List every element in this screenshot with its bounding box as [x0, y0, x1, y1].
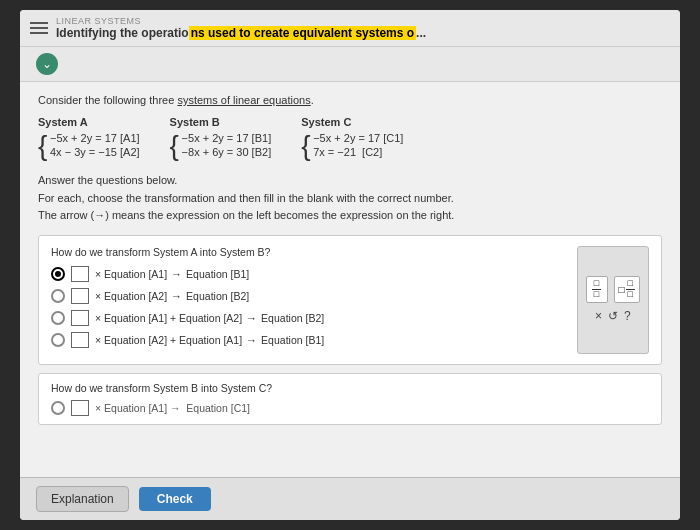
- radio-option3[interactable]: [51, 311, 65, 325]
- page-title: Identifying the operations used to creat…: [56, 26, 426, 40]
- radio-option2[interactable]: [51, 289, 65, 303]
- highlighted-text: ns used to create equivalent systems o: [189, 26, 416, 40]
- mixed-number-button[interactable]: □ □ □: [614, 276, 640, 303]
- fraction-button[interactable]: □ □: [586, 276, 608, 303]
- explanation-button[interactable]: Explanation: [36, 486, 129, 512]
- question1-box: How do we transform System A into System…: [38, 235, 662, 365]
- radio-option1-fill: [55, 271, 61, 277]
- question2-partial: × Equation [A1] → Equation [C1]: [51, 400, 649, 416]
- mixed-frac-bot: □: [626, 290, 635, 300]
- radio-option4[interactable]: [51, 333, 65, 347]
- multiply-icon[interactable]: ×: [595, 309, 602, 323]
- system-c-label: System C: [301, 116, 351, 128]
- system-c-eq1: −5x + 2y = 17 [C1]: [313, 132, 403, 144]
- fraction-icon: □ □: [592, 279, 601, 300]
- undo-icon[interactable]: ↺: [608, 309, 618, 323]
- question1-content: How do we transform System A into System…: [51, 246, 567, 354]
- mixed-frac-inner: □ □: [626, 279, 635, 300]
- question1-title: How do we transform System A into System…: [51, 246, 567, 258]
- q2-partial-text: × Equation [A1] → Equation [C1]: [95, 402, 250, 414]
- option1-text: × Equation [A1] → Equation [B1]: [95, 268, 249, 280]
- system-a-block: System A −5x + 2y = 17 [A1] 4x − 3y = −1…: [38, 116, 140, 158]
- question2-title: How do we transform System B into System…: [51, 382, 649, 394]
- radio-q2-option1[interactable]: [51, 401, 65, 415]
- help-icon[interactable]: ?: [624, 309, 631, 323]
- toolbar-row-2: × ↺ ?: [595, 309, 631, 323]
- option2-row[interactable]: × Equation [A2] → Equation [B2]: [51, 288, 567, 304]
- toolbar-row-1: □ □ □ □ □: [586, 276, 640, 303]
- radio-option1[interactable]: [51, 267, 65, 281]
- menu-icon[interactable]: [30, 22, 48, 34]
- top-bar-text: LINEAR SYSTEMS Identifying the operation…: [56, 16, 426, 40]
- system-a-eq2: 4x − 3y = −15 [A2]: [50, 146, 140, 158]
- answer-line-2: For each, choose the transformation and …: [38, 190, 662, 208]
- system-b-equations: −5x + 2y = 17 [B1] −8x + 6y = 30 [B2]: [170, 132, 272, 158]
- option3-text: × Equation [A1] + Equation [A2] → Equati…: [95, 312, 324, 324]
- system-a-label: System A: [38, 116, 88, 128]
- chevron-down-button[interactable]: ⌄: [36, 53, 58, 75]
- question2-box: How do we transform System B into System…: [38, 373, 662, 425]
- answer-section: Answer the questions below. For each, ch…: [38, 172, 662, 225]
- option4-input[interactable]: [71, 332, 89, 348]
- system-b-label: System B: [170, 116, 220, 128]
- mixed-fraction-icon: □ □ □: [619, 279, 635, 300]
- system-a-eq1: −5x + 2y = 17 [A1]: [50, 132, 140, 144]
- consider-text: Consider the following three systems of …: [38, 94, 662, 106]
- q2-option1-input[interactable]: [71, 400, 89, 416]
- system-b-eq2: −8x + 6y = 30 [B2]: [182, 146, 272, 158]
- option1-input[interactable]: [71, 266, 89, 282]
- bottom-bar: Explanation Check: [20, 477, 680, 520]
- subtitle: LINEAR SYSTEMS: [56, 16, 426, 26]
- system-c-eq2: 7x = −21 [C2]: [313, 146, 403, 158]
- system-c-equations: −5x + 2y = 17 [C1] 7x = −21 [C2]: [301, 132, 403, 158]
- arrow-icon-1: →: [171, 268, 182, 280]
- answer-line-1: Answer the questions below.: [38, 172, 662, 190]
- system-b-eq1: −5x + 2y = 17 [B1]: [182, 132, 272, 144]
- check-button[interactable]: Check: [139, 487, 211, 511]
- option3-row[interactable]: × Equation [A1] + Equation [A2] → Equati…: [51, 310, 567, 326]
- systems-row: System A −5x + 2y = 17 [A1] 4x − 3y = −1…: [38, 116, 662, 158]
- system-a-equations: −5x + 2y = 17 [A1] 4x − 3y = −15 [A2]: [38, 132, 140, 158]
- system-c-block: System C −5x + 2y = 17 [C1] 7x = −21 [C2…: [301, 116, 403, 158]
- fraction-bottom: □: [592, 290, 601, 300]
- option4-row[interactable]: × Equation [A2] + Equation [A1] → Equati…: [51, 332, 567, 348]
- arrow-icon-3: →: [246, 312, 257, 324]
- option2-input[interactable]: [71, 288, 89, 304]
- option3-input[interactable]: [71, 310, 89, 326]
- top-bar: LINEAR SYSTEMS Identifying the operation…: [20, 10, 680, 47]
- answer-line-3: The arrow (→) means the expression on th…: [38, 207, 662, 225]
- content-area: Consider the following three systems of …: [20, 82, 680, 477]
- arrow-icon-4: →: [246, 334, 257, 346]
- main-screen: LINEAR SYSTEMS Identifying the operation…: [20, 10, 680, 520]
- arrow-icon-2: →: [171, 290, 182, 302]
- math-toolbar: □ □ □ □ □ × ↺: [577, 246, 649, 354]
- system-b-block: System B −5x + 2y = 17 [B1] −8x + 6y = 3…: [170, 116, 272, 158]
- option4-text: × Equation [A2] + Equation [A1] → Equati…: [95, 334, 324, 346]
- option2-text: × Equation [A2] → Equation [B2]: [95, 290, 249, 302]
- option1-row[interactable]: × Equation [A1] → Equation [B1]: [51, 266, 567, 282]
